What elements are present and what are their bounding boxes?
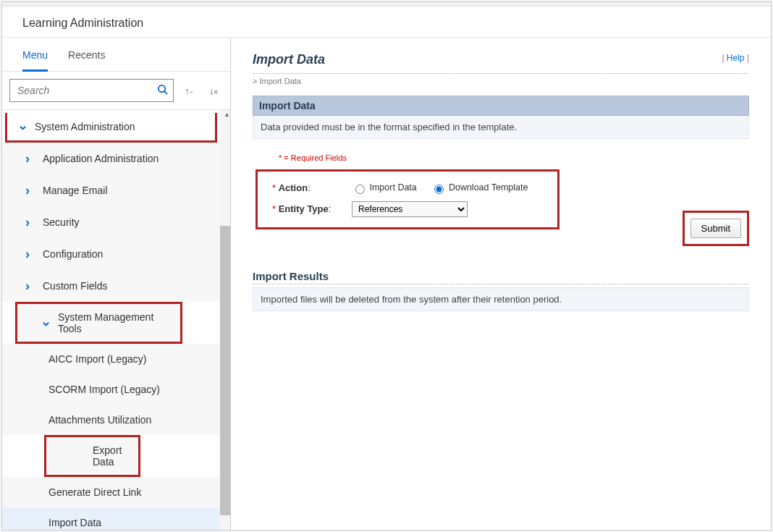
sidebar-item-application-administration[interactable]: Application Administration <box>2 143 220 174</box>
sidebar-item-label: System Administration <box>35 121 135 132</box>
nav-tree: ▴ System Administration Application Admi… <box>2 110 230 530</box>
radio-import-data[interactable]: Import Data <box>352 182 417 193</box>
action-radio-group: Import Data Download Template <box>352 182 539 194</box>
sidebar-item-security[interactable]: Security <box>2 206 220 238</box>
sort-asc-button[interactable]: ↑− <box>179 85 198 96</box>
sidebar-item-label: Manage Email <box>43 185 108 196</box>
chevron-right-icon <box>25 184 35 197</box>
sidebar-item-label: System Management Tools <box>58 311 173 334</box>
chevron-down-icon <box>17 120 28 133</box>
app-header: Learning Administration <box>2 7 771 38</box>
sidebar-item-custom-fields[interactable]: Custom Fields <box>2 270 220 302</box>
sidebar-item-label: Application Administration <box>43 153 159 164</box>
tab-menu[interactable]: Menu <box>22 45 48 72</box>
search-row: ↑− ↓≡ <box>2 72 230 110</box>
separator <box>253 284 749 284</box>
sidebar-item-system-management-tools[interactable]: System Management Tools <box>15 302 182 344</box>
help-link[interactable]: Help <box>727 53 745 63</box>
sidebar-item-label: AICC Import (Legacy) <box>48 353 146 365</box>
chevron-down-icon <box>41 316 51 329</box>
sidebar-item-label: Configuration <box>43 248 103 260</box>
sidebar-item-attachments-utilization[interactable]: Attachments Utilization <box>2 405 220 435</box>
sidebar-item-aicc-import[interactable]: AICC Import (Legacy) <box>2 344 220 374</box>
panel-body: Data provided must be in the format spec… <box>253 116 749 139</box>
tab-recents[interactable]: Recents <box>68 45 105 71</box>
sidebar-tabs: Menu Recents <box>2 38 230 72</box>
search-input[interactable] <box>9 79 174 102</box>
sidebar-item-label: Import Data <box>48 517 101 528</box>
sidebar-item-import-data[interactable]: Import Data <box>2 507 220 530</box>
separator: | <box>745 53 749 63</box>
import-results-title: Import Results <box>253 270 749 282</box>
sidebar: Menu Recents ↑− ↓≡ ▴ <box>2 38 231 530</box>
sidebar-item-generate-direct-link[interactable]: Generate Direct Link <box>2 477 220 507</box>
entity-type-label: * Entity Type: <box>272 203 352 214</box>
page-title: Import Data <box>253 52 325 67</box>
required-fields-note: * = Required Fields <box>279 153 749 162</box>
breadcrumb: > Import Data <box>253 77 749 85</box>
sidebar-item-label: Export Data <box>93 444 131 468</box>
sidebar-item-label: Custom Fields <box>43 280 107 292</box>
help-area: | Help | <box>722 52 749 63</box>
scrollbar-thumb[interactable] <box>220 226 230 515</box>
sidebar-item-scorm-import[interactable]: SCORM Import (Legacy) <box>2 374 220 405</box>
sidebar-item-label: Security <box>43 216 80 228</box>
action-label: * Action: <box>272 182 352 193</box>
separator <box>253 73 749 74</box>
scroll-up-icon[interactable]: ▴ <box>225 110 229 118</box>
form-row-action: * Action: Import Data Download Template <box>272 182 550 194</box>
radio-download-template[interactable]: Download Template <box>431 182 528 193</box>
panel-header: Import Data <box>253 96 749 116</box>
chevron-right-icon <box>25 248 35 261</box>
scrollbar-track[interactable]: ▴ <box>220 110 230 530</box>
form-row-entity-type: * Entity Type: References <box>272 201 550 217</box>
sidebar-item-manage-email[interactable]: Manage Email <box>2 174 220 206</box>
submit-button[interactable]: Submit <box>690 219 741 238</box>
chevron-right-icon <box>25 279 35 292</box>
entity-type-select[interactable]: References <box>352 201 468 217</box>
sidebar-item-export-data[interactable]: Export Data <box>44 435 140 477</box>
sidebar-item-system-administration[interactable]: System Administration <box>5 113 217 143</box>
sort-desc-button[interactable]: ↓≡ <box>204 85 223 96</box>
sidebar-item-label: Generate Direct Link <box>48 486 141 498</box>
submit-highlight-box: Submit <box>683 211 749 246</box>
chevron-right-icon <box>25 152 35 165</box>
sidebar-item-configuration[interactable]: Configuration <box>2 238 220 270</box>
form-highlight-box: * Action: Import Data Download Template … <box>255 169 559 229</box>
import-results-body: Imported files will be deleted from the … <box>253 287 749 311</box>
chevron-right-icon <box>25 216 35 229</box>
main-content: Import Data | Help | > Import Data Impor… <box>231 38 771 530</box>
sidebar-item-label: Attachments Utilization <box>48 414 151 426</box>
sidebar-item-label: SCORM Import (Legacy) <box>48 384 160 395</box>
